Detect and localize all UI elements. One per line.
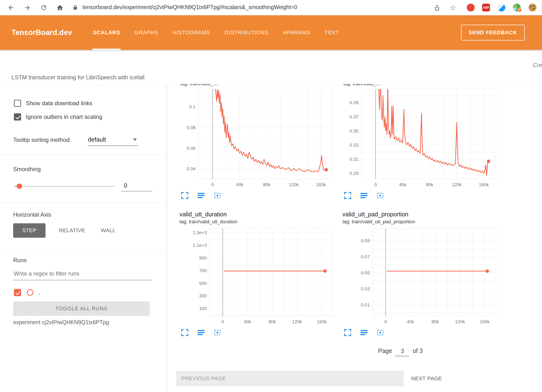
share-icon[interactable] <box>433 3 441 12</box>
fit-domain-icon[interactable] <box>213 191 222 200</box>
svg-text:900: 900 <box>199 255 207 260</box>
svg-text:120k: 120k <box>455 319 465 324</box>
svg-text:160k: 160k <box>480 319 490 324</box>
horizontal-axis-toggle: STEP RELATIVE WALL <box>13 223 118 238</box>
tab-graphs[interactable]: GRAPHS <box>127 15 165 50</box>
svg-text:500: 500 <box>199 281 207 286</box>
divider <box>0 250 167 250</box>
fit-domain-icon[interactable] <box>376 329 385 337</box>
chart-plot-4[interactable]: 0.010.030.050.070.09040k80k120k160k <box>339 226 497 326</box>
svg-text:0.33: 0.33 <box>350 143 358 148</box>
run-color-swatch[interactable] <box>27 289 33 296</box>
svg-text:160k: 160k <box>479 182 489 187</box>
next-page-button[interactable]: NEXT PAGE <box>407 371 446 386</box>
expand-chart-icon[interactable] <box>343 191 352 200</box>
svg-text:80k: 80k <box>263 182 271 187</box>
back-icon[interactable] <box>7 3 15 12</box>
svg-text:0.01: 0.01 <box>361 302 370 307</box>
tab-text[interactable]: TEXT <box>317 15 346 50</box>
lock-icon <box>72 4 78 12</box>
svg-text:40k: 40k <box>236 182 243 187</box>
runs-list-icon[interactable] <box>360 191 368 200</box>
experiment-id-text: experiment cj2vtPiwQHKN9Q1tx6PTpg <box>13 319 109 326</box>
chart-plot-2[interactable]: 0.290.310.330.350.370.39040k80k120k160k <box>339 89 497 189</box>
tensorboard-logo[interactable]: TensorBoard.dev <box>12 28 86 37</box>
chart-plot-1[interactable]: 0.040.060.080.1040k80k120k160k <box>176 89 334 189</box>
ignore-outliers-checkbox[interactable]: Ignore outliers in chart scaling <box>14 113 102 121</box>
run-name: . <box>39 289 40 296</box>
clipped-right-text: Crea <box>533 62 542 69</box>
page-of-label: of 3 <box>413 347 423 354</box>
expand-chart-icon[interactable] <box>180 329 189 337</box>
svg-text:0.08: 0.08 <box>187 125 196 130</box>
tooltip-sorting-label: Tooltip sorting method: <box>13 137 71 143</box>
runs-filter-input[interactable] <box>13 270 152 280</box>
chart-tag: tag: train/valid_utt_pad_proportion <box>339 219 497 226</box>
svg-text:0.31: 0.31 <box>350 157 358 162</box>
fit-domain-icon[interactable] <box>376 191 385 200</box>
run-row: . <box>14 289 40 296</box>
home-icon[interactable] <box>56 3 64 12</box>
chart-toolbar <box>339 191 497 200</box>
expand-chart-icon[interactable] <box>343 329 352 337</box>
clipped-chart-tag: tag: train/valid_… <box>176 84 334 89</box>
chart-card-valid-utt-duration: valid_utt_duration tag: train/valid_utt_… <box>176 211 334 337</box>
axis-step-button[interactable]: STEP <box>13 223 46 238</box>
chart-plot-3[interactable]: 1003005007009001.1e+31.3e+3040k80k120k16… <box>176 226 334 326</box>
reload-icon[interactable] <box>39 3 48 12</box>
tab-hparams[interactable]: HPARAMS <box>276 15 317 50</box>
page-number-input[interactable] <box>395 348 409 356</box>
tab-scalars[interactable]: SCALARS <box>86 15 127 50</box>
sidebar-divider <box>167 85 167 392</box>
checkbox-icon[interactable] <box>14 113 21 121</box>
tab-histograms[interactable]: HISTOGRAMS <box>165 15 218 50</box>
svg-text:80k: 80k <box>432 319 439 324</box>
extension-cookie-icon[interactable] <box>529 4 536 12</box>
extension-blue-icon[interactable] <box>497 4 505 12</box>
extension-blocker-icon[interactable] <box>467 4 475 12</box>
toggle-all-runs-button[interactable]: TOGGLE ALL RUNS <box>13 301 150 316</box>
svg-text:300: 300 <box>199 293 207 298</box>
fit-domain-icon[interactable] <box>213 329 222 337</box>
checkbox-icon[interactable] <box>14 100 21 107</box>
svg-text:1.3e+3: 1.3e+3 <box>193 230 207 235</box>
svg-text:120k: 120k <box>292 319 302 324</box>
smoothing-slider-thumb[interactable] <box>17 184 22 189</box>
smoothing-slider-track[interactable] <box>14 186 115 187</box>
chart-toolbar <box>176 329 334 337</box>
extension-abp-icon[interactable]: ABP <box>482 4 490 12</box>
chart-card-top-right: tag: train/valid_… 0.290.310.330.350.370… <box>339 84 497 200</box>
page-label: Page <box>378 347 392 354</box>
chart-toolbar <box>339 329 497 337</box>
bookmark-star-icon[interactable]: ☆ <box>449 3 457 12</box>
send-feedback-button[interactable]: SEND FEEDBACK <box>461 25 525 40</box>
runs-list-icon[interactable] <box>360 329 368 337</box>
runs-list-icon[interactable] <box>197 191 205 200</box>
divider <box>0 202 167 203</box>
svg-text:0.29: 0.29 <box>350 171 358 176</box>
run-checkbox[interactable] <box>14 289 21 296</box>
svg-text:80k: 80k <box>269 319 276 324</box>
axis-relative-button[interactable]: RELATIVE <box>57 223 87 238</box>
runs-list-icon[interactable] <box>197 329 205 337</box>
show-download-links-checkbox[interactable]: Show data download links <box>14 100 92 107</box>
profile-avatar[interactable]: 1 <box>513 4 521 12</box>
svg-text:700: 700 <box>199 268 207 273</box>
app-header: TensorBoard.dev SCALARS GRAPHS HISTOGRAM… <box>0 15 542 50</box>
smoothing-value-input[interactable] <box>121 182 152 191</box>
chart-card-top-left: tag: train/valid_… 0.040.060.080.1040k80… <box>176 84 334 200</box>
axis-wall-button[interactable]: WALL <box>98 223 118 238</box>
chart-tag: tag: train/valid_utt_duration <box>176 219 334 226</box>
experiment-title: LSTM transducer training for LibriSpeech… <box>12 74 144 81</box>
svg-text:120k: 120k <box>289 182 299 187</box>
forward-icon[interactable] <box>23 3 32 12</box>
expand-chart-icon[interactable] <box>180 191 189 200</box>
svg-text:160k: 160k <box>317 319 327 324</box>
address-bar[interactable]: tensorboard.dev/experiment/cj2vtPiwQHKN9… <box>82 4 297 11</box>
dropdown-value: default <box>88 136 106 143</box>
tooltip-sorting-dropdown[interactable]: default <box>87 136 138 146</box>
tab-distributions[interactable]: DISTRIBUTIONS <box>218 15 276 50</box>
chevron-down-icon <box>133 138 137 141</box>
svg-text:0.37: 0.37 <box>350 114 358 119</box>
previous-page-button[interactable]: PREVIOUS PAGE <box>176 371 404 386</box>
